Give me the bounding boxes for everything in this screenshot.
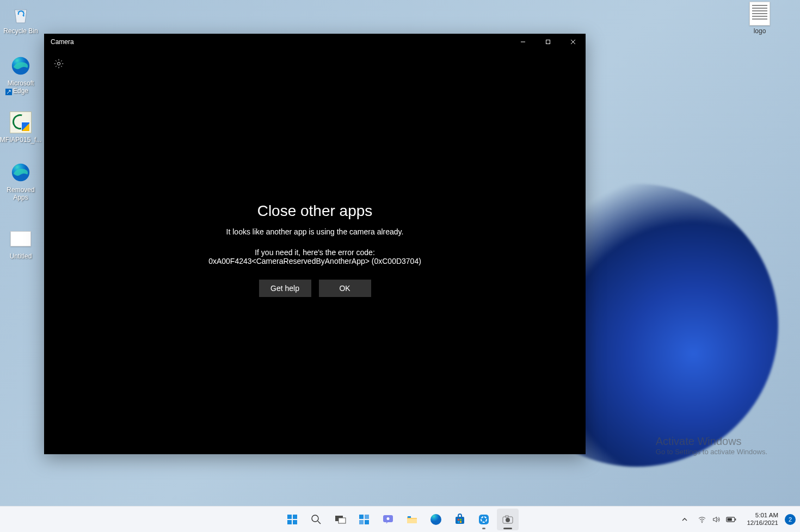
settings-button[interactable] [50, 54, 68, 73]
svg-rect-29 [506, 516, 508, 517]
svg-rect-14 [365, 520, 369, 524]
notification-count: 2 [789, 516, 792, 523]
notification-center-button[interactable]: 2 [785, 514, 796, 525]
installer-icon [9, 111, 32, 134]
battery-icon [726, 516, 737, 523]
maximize-button[interactable] [536, 34, 561, 50]
gear-icon [53, 58, 64, 69]
svg-rect-13 [359, 520, 364, 524]
desktop-icon-label: Recycle Bin [3, 27, 38, 35]
widgets-icon [358, 513, 371, 526]
svg-point-30 [702, 522, 703, 523]
desktop-icon-label: Untitled [10, 252, 32, 260]
volume-icon [712, 515, 721, 524]
text-file-icon [748, 2, 771, 25]
camera-taskbar-button[interactable] [497, 509, 519, 530]
search-icon [310, 513, 323, 526]
start-button[interactable] [281, 509, 303, 530]
ok-button[interactable]: OK [319, 280, 371, 297]
taskbar-clock[interactable]: 5:01 AM 12/16/2021 [743, 512, 781, 527]
edge-icon [9, 161, 32, 184]
chevron-up-icon [681, 516, 688, 523]
search-button[interactable] [305, 509, 327, 530]
error-description: It looks like another app is using the c… [226, 227, 404, 236]
quick-settings-button[interactable] [694, 514, 740, 525]
taskbar-center [281, 509, 519, 530]
svg-rect-5 [293, 515, 297, 519]
desktop-icon-label: logo [754, 27, 766, 35]
camera-app-window: Camera Close other apps It looks like an… [44, 34, 586, 454]
system-tray: 5:01 AM 12/16/2021 2 [678, 506, 796, 532]
desktop-icon-label: MFIAP015_f... [0, 136, 41, 144]
desktop-icon-edge[interactable]: Microsoft Edge [0, 54, 41, 95]
clock-date: 12/16/2021 [747, 519, 778, 527]
svg-point-19 [430, 514, 441, 525]
svg-rect-2 [546, 40, 550, 44]
error-heading: Close other apps [257, 202, 373, 220]
app-taskbar-button[interactable] [473, 509, 495, 530]
svg-rect-18 [408, 516, 411, 518]
svg-rect-23 [458, 521, 459, 523]
titlebar[interactable]: Camera [44, 34, 586, 50]
svg-rect-25 [479, 515, 489, 524]
recycle-bin-icon [9, 2, 32, 25]
minimize-button[interactable] [510, 34, 536, 50]
file-icon [9, 227, 32, 250]
store-icon [453, 513, 466, 526]
svg-point-16 [387, 517, 390, 520]
svg-rect-10 [339, 518, 346, 523]
error-code: 0xA00F4243<CameraReservedByAnotherApp> (… [208, 257, 421, 265]
svg-rect-33 [728, 518, 732, 521]
tray-overflow-button[interactable] [678, 514, 691, 525]
svg-rect-7 [293, 520, 297, 524]
svg-rect-24 [460, 521, 461, 523]
activation-watermark: Activate Windows Go to Settings to activ… [656, 435, 767, 456]
svg-rect-22 [460, 519, 461, 521]
chat-button[interactable] [377, 509, 399, 530]
get-help-button[interactable]: Get help [259, 280, 311, 297]
file-explorer-button[interactable] [401, 509, 423, 530]
edge-taskbar-button[interactable] [425, 509, 447, 530]
camera-error-panel: Close other apps It looks like another a… [44, 77, 586, 454]
close-button[interactable] [561, 34, 586, 50]
desktop-icon-mfiap[interactable]: MFIAP015_f... [0, 111, 41, 144]
wifi-icon [698, 515, 706, 524]
desktop-icon-recycle-bin[interactable]: Recycle Bin [0, 2, 41, 35]
watermark-subtitle: Go to Settings to activate Windows. [656, 448, 767, 456]
folder-icon [405, 513, 419, 526]
svg-rect-4 [287, 515, 292, 519]
desktop-icon-untitled[interactable]: Untitled [0, 227, 41, 260]
edge-icon [9, 54, 32, 77]
edge-icon [429, 513, 442, 526]
watermark-title: Activate Windows [656, 435, 767, 448]
svg-rect-32 [735, 518, 736, 520]
chat-icon [381, 513, 395, 526]
widgets-button[interactable] [353, 509, 375, 530]
error-code-intro: If you need it, here's the error code: [255, 248, 375, 257]
svg-rect-11 [359, 515, 364, 519]
svg-point-8 [312, 515, 318, 522]
svg-rect-17 [407, 519, 417, 523]
svg-rect-12 [365, 515, 369, 519]
svg-rect-21 [458, 519, 459, 521]
desktop-icon-removed-apps[interactable]: Removed Apps [0, 161, 41, 202]
svg-point-28 [506, 518, 510, 522]
store-button[interactable] [449, 509, 471, 530]
window-title: Camera [51, 38, 74, 46]
task-view-icon [334, 513, 347, 526]
task-view-button[interactable] [329, 509, 351, 530]
app-icon [477, 513, 490, 526]
camera-icon [501, 513, 514, 526]
desktop-icon-logo[interactable]: logo [739, 2, 780, 35]
taskbar: 5:01 AM 12/16/2021 2 [0, 506, 800, 532]
svg-point-3 [57, 62, 60, 65]
windows-logo-icon [286, 513, 299, 526]
svg-rect-6 [287, 520, 292, 524]
desktop-icon-label: Removed Apps [0, 186, 41, 202]
clock-time: 5:01 AM [747, 512, 778, 519]
